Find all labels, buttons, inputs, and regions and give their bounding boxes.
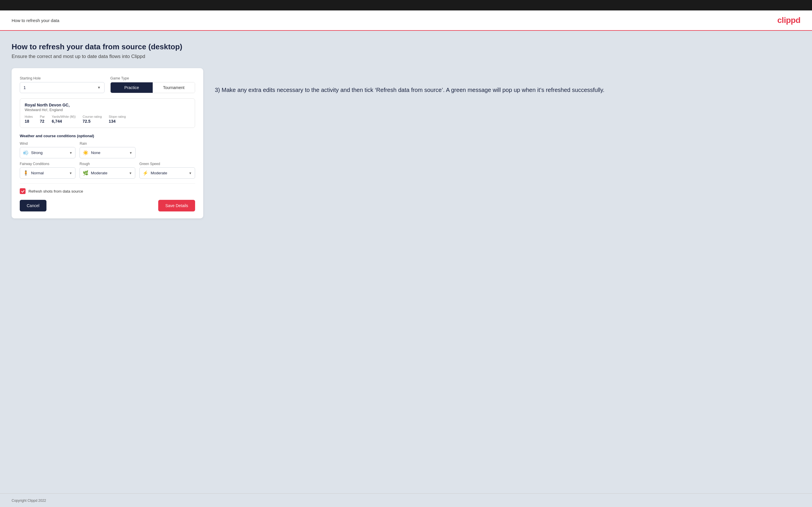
- game-type-group: Game Type Practice Tournament: [110, 76, 195, 93]
- stat-slope-rating: Slope rating 134: [109, 115, 126, 123]
- stat-course-rating: Course rating 72.5: [83, 115, 102, 123]
- par-value: 72: [40, 119, 45, 123]
- rough-select[interactable]: 🌿 Moderate ▼: [80, 167, 135, 179]
- rain-value: None: [91, 151, 127, 155]
- yards-label: Yards/White (M)): [52, 115, 75, 118]
- starting-hole-select[interactable]: 1: [20, 82, 104, 93]
- wind-rain-row: Wind 💨 Strong ▼ Rain ☀️ None ▼: [20, 142, 195, 158]
- page-heading: How to refresh your data from source (de…: [12, 42, 800, 51]
- rough-group: Rough 🌿 Moderate ▼: [80, 162, 135, 179]
- wind-group: Wind 💨 Strong ▼: [20, 142, 75, 158]
- footer-copyright: Copyright Clippd 2022: [12, 499, 46, 503]
- course-rating-label: Course rating: [83, 115, 102, 118]
- yards-value: 6,744: [52, 119, 75, 123]
- course-name: Royal North Devon GC,: [25, 103, 190, 107]
- fairway-select[interactable]: 🧍 Normal ▼: [20, 167, 75, 179]
- sidebar-description: 3) Make any extra edits necessary to the…: [215, 86, 800, 95]
- page-subheading: Ensure the correct and most up to date d…: [12, 54, 800, 59]
- top-bar: [0, 0, 812, 10]
- top-form-row: Starting Hole 1 ▼ Game Type Practice Tou…: [20, 76, 195, 93]
- button-row: Cancel Save Details: [20, 200, 195, 212]
- game-type-label: Game Type: [110, 76, 195, 80]
- logo: clippd: [777, 16, 800, 25]
- rough-label: Rough: [80, 162, 135, 166]
- footer: Copyright Clippd 2022: [0, 493, 812, 507]
- stat-yards: Yards/White (M)) 6,744: [52, 115, 75, 123]
- rain-label: Rain: [80, 142, 135, 146]
- slope-rating-label: Slope rating: [109, 115, 126, 118]
- course-stats: Holes 18 Par 72 Yards/White (M)) 6,744 C…: [25, 115, 190, 123]
- conditions-title: Weather and course conditions (optional): [20, 134, 195, 138]
- refresh-checkbox-label: Refresh shots from data source: [29, 189, 83, 193]
- course-location: Westward Ho!, England: [25, 108, 190, 112]
- checkmark-icon: [21, 189, 25, 193]
- wind-icon: 💨: [23, 150, 29, 156]
- starting-hole-select-wrapper[interactable]: 1 ▼: [20, 82, 104, 93]
- header-title: How to refresh your data: [12, 18, 59, 23]
- green-speed-arrow-icon: ▼: [189, 171, 192, 175]
- starting-hole-group: Starting Hole 1 ▼: [20, 76, 104, 93]
- holes-value: 18: [25, 119, 33, 123]
- stat-par: Par 72: [40, 115, 45, 123]
- wind-value: Strong: [31, 151, 67, 155]
- practice-button[interactable]: Practice: [111, 82, 153, 93]
- fairway-value: Normal: [31, 171, 67, 175]
- cancel-button[interactable]: Cancel: [20, 200, 46, 212]
- game-type-toggle: Practice Tournament: [110, 82, 195, 93]
- fairway-rough-green-row: Fairway Conditions 🧍 Normal ▼ Rough 🌿 Mo…: [20, 162, 195, 179]
- course-info-box: Royal North Devon GC, Westward Ho!, Engl…: [20, 98, 195, 128]
- rough-value: Moderate: [91, 171, 126, 175]
- refresh-checkbox[interactable]: [20, 188, 26, 194]
- form-card: Starting Hole 1 ▼ Game Type Practice Tou…: [12, 68, 203, 218]
- course-rating-value: 72.5: [83, 119, 102, 123]
- wind-select[interactable]: 💨 Strong ▼: [20, 147, 75, 158]
- rough-icon: 🌿: [83, 170, 89, 176]
- par-label: Par: [40, 115, 45, 118]
- rough-arrow-icon: ▼: [129, 171, 132, 175]
- rain-select[interactable]: ☀️ None ▼: [80, 147, 135, 158]
- fairway-arrow-icon: ▼: [69, 171, 72, 175]
- green-speed-icon: ⚡: [143, 170, 148, 176]
- green-speed-group: Green Speed ⚡ Moderate ▼: [139, 162, 195, 179]
- rain-group: Rain ☀️ None ▼: [80, 142, 135, 158]
- content-area: Starting Hole 1 ▼ Game Type Practice Tou…: [12, 68, 800, 218]
- slope-rating-value: 134: [109, 119, 126, 123]
- green-speed-select[interactable]: ⚡ Moderate ▼: [139, 167, 195, 179]
- fairway-icon: 🧍: [23, 170, 29, 176]
- wind-arrow-icon: ▼: [69, 151, 72, 155]
- rain-arrow-icon: ▼: [129, 151, 133, 155]
- main-content: How to refresh your data from source (de…: [0, 31, 812, 493]
- refresh-checkbox-row: Refresh shots from data source: [20, 188, 195, 194]
- stat-holes: Holes 18: [25, 115, 33, 123]
- divider: [20, 183, 195, 184]
- green-speed-value: Moderate: [151, 171, 186, 175]
- fairway-group: Fairway Conditions 🧍 Normal ▼: [20, 162, 75, 179]
- starting-hole-label: Starting Hole: [20, 76, 104, 80]
- fairway-label: Fairway Conditions: [20, 162, 75, 166]
- wind-label: Wind: [20, 142, 75, 146]
- header: How to refresh your data clippd: [0, 10, 812, 31]
- holes-label: Holes: [25, 115, 33, 118]
- rain-icon: ☀️: [83, 150, 89, 156]
- save-details-button[interactable]: Save Details: [158, 200, 195, 212]
- green-speed-label: Green Speed: [139, 162, 195, 166]
- sidebar-text: 3) Make any extra edits necessary to the…: [215, 68, 800, 95]
- tournament-button[interactable]: Tournament: [153, 82, 195, 93]
